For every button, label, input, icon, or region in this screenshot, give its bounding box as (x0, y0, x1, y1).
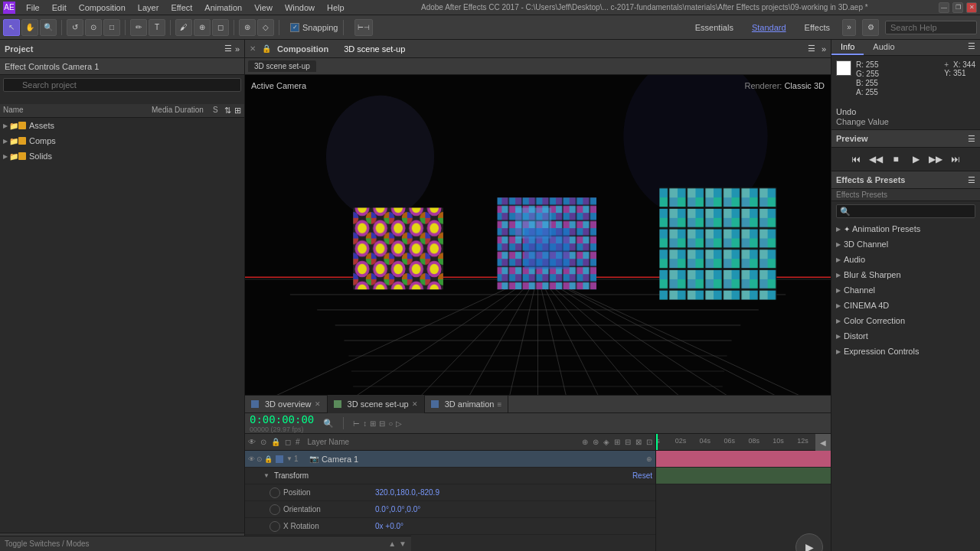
layer-icon-5[interactable]: ⊟ (625, 438, 631, 446)
comp-viewer-active-tab[interactable]: 3D scene set-up (248, 60, 316, 72)
ep-item-animation-presets[interactable]: ▶ ✦ Animation Presets (831, 221, 980, 236)
tab-3d-overview-close[interactable]: ✕ (315, 400, 321, 408)
comp-panel-lock[interactable]: 🔒 (262, 44, 271, 53)
ep-item-channel[interactable]: ▶ Channel (831, 282, 980, 298)
timeline-ctrl-2[interactable]: ↕ (363, 419, 367, 428)
prop-value-xrotation[interactable]: 0x +0.0° (375, 522, 403, 530)
info-tab[interactable]: Info (831, 40, 864, 55)
layer-icon-4[interactable]: ⊞ (614, 438, 620, 446)
workspace-essentials[interactable]: Essentials (689, 21, 740, 34)
workspace-standard[interactable]: Standard (746, 21, 792, 34)
menu-edit[interactable]: Edit (46, 0, 73, 15)
layer-lock-toggle[interactable]: 🔒 (264, 455, 273, 463)
info-panel-menu[interactable]: ☰ (963, 40, 980, 55)
track-area-scroll[interactable]: ◀ (820, 439, 826, 447)
menu-file[interactable]: File (20, 0, 46, 15)
timeline-search-icon[interactable]: 🔍 (323, 419, 334, 429)
layer-switch-1[interactable]: ⊕ (646, 455, 652, 463)
preview-skip-forward-button[interactable]: ⏭ (949, 152, 962, 166)
prop-value-position[interactable]: 320.0,180.0,-820.9 (375, 488, 439, 497)
ep-item-distort[interactable]: ▶ Distort (831, 328, 980, 344)
solids-expand-arrow[interactable]: ▶ (3, 153, 8, 160)
menu-effect[interactable]: Effect (165, 0, 198, 15)
menu-layer[interactable]: Layer (132, 0, 165, 15)
transform-reset-button[interactable]: Reset (632, 471, 652, 480)
tab-3d-scene-close[interactable]: ✕ (412, 400, 418, 408)
project-panel-expand-button[interactable]: » (235, 44, 240, 54)
project-item-solids[interactable]: ▶ 📁 Solids (0, 148, 244, 164)
timeline-ctrl-5[interactable]: ○ (388, 419, 393, 428)
prop-stopwatch-xrot[interactable] (270, 521, 280, 532)
camera-orbit-tool[interactable]: ⊙ (85, 19, 102, 36)
layer-vis-toggle[interactable]: 👁 (248, 455, 255, 463)
timeline-ctrl-3[interactable]: ⊞ (370, 419, 376, 428)
comps-expand-arrow[interactable]: ▶ (3, 138, 8, 145)
prop-value-orientation[interactable]: 0.0°,0.0°,0.0° (375, 505, 420, 514)
proj-view-button[interactable]: ⊞ (234, 106, 241, 116)
comp-panel-menu[interactable]: ☰ (808, 44, 815, 54)
ep-item-expression-controls[interactable]: ▶ Expression Controls (831, 344, 980, 359)
mask-tool[interactable]: □ (103, 19, 120, 36)
close-button[interactable]: ✕ (966, 2, 977, 13)
preview-skip-back-button[interactable]: ⏮ (849, 152, 863, 166)
project-panel-menu-button[interactable]: ☰ (224, 44, 232, 54)
preview-next-frame-button[interactable]: ▶▶ (929, 152, 942, 166)
comp-panel-expand[interactable]: » (822, 44, 826, 54)
ep-item-audio[interactable]: ▶ Audio (831, 252, 980, 267)
puppet-tool[interactable]: ⊛ (239, 19, 256, 36)
zoom-tool[interactable]: 🔍 (40, 19, 57, 36)
playhead[interactable] (656, 434, 658, 450)
project-search-input[interactable] (3, 78, 241, 92)
tab-3d-animation[interactable]: 3D animation ≡ (425, 395, 509, 413)
comp-tab-3dscene[interactable]: 3D scene set-up (338, 43, 411, 55)
layer-icon-1[interactable]: ⊕ (582, 438, 588, 446)
rotation-tool[interactable]: ↺ (67, 19, 83, 36)
menu-composition[interactable]: Composition (73, 0, 132, 15)
ep-item-cinema4d[interactable]: ▶ CINEMA 4D (831, 298, 980, 313)
pen-tool[interactable]: ✏ (130, 19, 147, 36)
eraser-tool[interactable]: ◻ (212, 19, 229, 36)
menu-help[interactable]: Help (321, 0, 351, 15)
prop-stopwatch-position[interactable] (270, 487, 280, 498)
timeline-ctrl-6[interactable]: ▷ (396, 419, 402, 428)
shape-tool[interactable]: ◇ (257, 19, 274, 36)
workspace-more-button[interactable]: » (842, 19, 856, 36)
preview-play-button[interactable]: ▶ (909, 152, 923, 166)
tab-3d-overview[interactable]: 3D overview ✕ (245, 395, 328, 413)
text-tool[interactable]: T (149, 19, 165, 36)
hand-tool[interactable]: ✋ (21, 19, 38, 36)
layer-icon-6[interactable]: ⊠ (635, 438, 642, 446)
tl-bottom-ctrl-1[interactable]: ▲ (388, 540, 396, 548)
workspace-effects[interactable]: Effects (799, 21, 836, 34)
layer-icon-7[interactable]: ⊡ (646, 438, 652, 446)
layer-icon-2[interactable]: ⊛ (593, 438, 599, 446)
preview-stop-button[interactable]: ■ (889, 152, 903, 166)
preview-prev-frame-button[interactable]: ◀◀ (869, 152, 883, 166)
timeline-ctrl-4[interactable]: ⊟ (379, 419, 385, 428)
select-tool[interactable]: ↖ (3, 19, 20, 36)
layer-solo-toggle[interactable]: ⊙ (256, 455, 263, 463)
minimize-button[interactable]: — (939, 2, 949, 13)
align-tool[interactable]: ⊢⊣ (354, 19, 373, 36)
play-button[interactable]: ▶ (795, 533, 823, 551)
menu-window[interactable]: Window (279, 0, 321, 15)
transform-expand-arrow[interactable]: ▼ (263, 472, 270, 479)
tl-bottom-ctrl-2[interactable]: ▼ (399, 540, 407, 548)
ep-item-color-correction[interactable]: ▶ Color Correction (831, 313, 980, 328)
stamp-tool[interactable]: ⊕ (194, 19, 211, 36)
tab-3d-anim-menu[interactable]: ≡ (497, 400, 501, 409)
menu-animation[interactable]: Animation (198, 0, 248, 15)
layer-expand-toggle[interactable]: ▼ (286, 455, 292, 462)
timeline-timecode-display[interactable]: 0:00:00:00 (250, 413, 314, 425)
effects-presets-menu-button[interactable]: ☰ (968, 175, 975, 185)
prop-stopwatch-orientation[interactable] (270, 504, 280, 515)
workspace-settings-button[interactable]: ⚙ (862, 19, 879, 36)
snapping-checkbox[interactable]: ✓ (290, 23, 299, 32)
effects-search-input[interactable] (836, 204, 975, 218)
search-help-input[interactable] (885, 21, 977, 34)
timeline-ctrl-1[interactable]: ⊢ (353, 419, 360, 428)
menu-view[interactable]: View (248, 0, 279, 15)
preview-panel-menu[interactable]: ☰ (968, 134, 975, 144)
layer-icon-3[interactable]: ◈ (603, 438, 609, 446)
project-item-comps[interactable]: ▶ 📁 Comps (0, 133, 244, 148)
